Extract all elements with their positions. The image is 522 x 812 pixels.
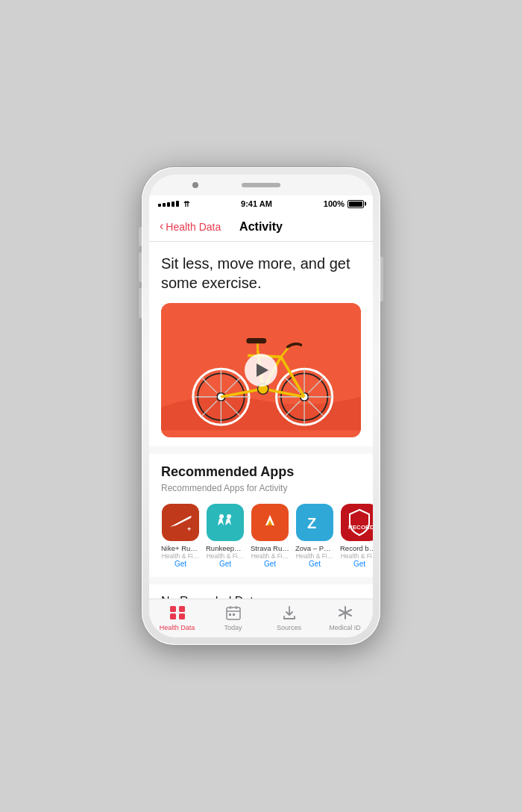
no-recorded-data-section: No Recorded Data [149,584,373,599]
app-name-record: Record by… [340,544,373,552]
app-name-nike: Nike+ Run… [161,544,200,552]
app-category-nike: Health & Fi… [162,552,200,560]
svg-rect-40 [170,606,176,612]
strava-logo-icon [257,509,283,536]
recommended-apps-section: Recommended Apps Recommended Apps for Ac… [149,454,373,577]
tab-sources-label: Sources [277,624,301,631]
calendar-icon [226,605,241,620]
medical-id-icon [338,605,353,622]
svg-point-35 [227,514,231,519]
tab-health-data[interactable]: Health Data [149,599,205,637]
svg-rect-41 [179,606,185,612]
signal-icon [158,201,179,207]
health-data-grid-icon [169,605,186,620]
health-data-icon [169,605,186,622]
app-name-runkeeper: Runkeeper… [206,544,245,552]
nike-logo-icon: + [167,509,194,536]
play-icon [257,363,268,377]
app-item-runkeeper[interactable]: Runkeeper… Health & Fi… Get [206,504,245,568]
tab-medical-id[interactable]: Medical ID [317,599,373,637]
svg-text:+: + [187,525,191,533]
volume-down-button[interactable] [139,288,142,318]
tab-medical-id-label: Medical ID [329,624,361,631]
today-calendar-icon [226,605,241,622]
status-left: ⇈ [158,200,189,208]
app-get-record[interactable]: Get [353,560,365,568]
sources-download-icon [282,605,297,622]
app-name-zova: Zova – Per… [295,544,334,552]
recommended-apps-subtitle: Recommended Apps for Activity [161,483,361,493]
mute-button[interactable] [139,227,142,246]
asterisk-icon [338,605,353,620]
app-icon-runkeeper [207,504,244,541]
battery-percent: 100% [324,199,345,208]
app-category-record: Health & Fi… [341,552,373,560]
tab-health-data-label: Health Data [160,624,195,631]
app-get-nike[interactable]: Get [174,560,186,568]
svg-rect-48 [229,613,231,616]
app-icon-strava [251,504,289,541]
chevron-left-icon: ‹ [160,219,163,233]
back-button[interactable]: ‹ Health Data [160,220,221,233]
app-category-runkeeper: Health & Fi… [207,552,245,560]
apps-grid: + Nike+ Run… Health & Fi… Get [161,504,361,568]
app-get-runkeeper[interactable]: Get [219,560,231,568]
svg-text:Z: Z [307,515,316,531]
battery-icon [348,200,364,208]
app-item-record[interactable]: RECORD Record by… Health & Fi… Get [340,504,373,568]
earpiece-speaker [242,183,280,187]
tab-today[interactable]: Today [205,599,261,637]
tab-sources[interactable]: Sources [261,599,317,637]
record-logo-icon: RECORD [341,504,373,541]
page-title: Activity [239,220,283,234]
app-icon-zova: Z [296,504,333,541]
svg-rect-31 [246,338,266,343]
app-get-zova[interactable]: Get [309,560,321,568]
status-right: 100% [324,199,364,208]
app-category-strava: Health & Fi… [251,552,289,560]
svg-rect-43 [179,613,185,619]
app-category-zova: Health & Fi… [296,552,334,560]
video-card[interactable] [161,303,361,437]
back-label: Health Data [166,221,221,233]
app-icon-record: RECORD [341,504,373,541]
wifi-icon: ⇈ [183,200,189,208]
status-time: 9:41 AM [241,199,272,208]
hero-text: Sit less, move more, and get some exerci… [161,254,361,293]
phone-top-notch [149,175,373,196]
zova-logo-icon: Z [301,509,328,536]
svg-point-34 [219,514,224,519]
svg-rect-42 [170,613,176,619]
download-icon [282,605,297,620]
app-icon-nike: + [162,504,199,541]
svg-rect-49 [233,613,235,616]
svg-text:RECORD: RECORD [348,524,373,531]
volume-up-button[interactable] [139,252,142,282]
tab-bar: Health Data Today [149,599,373,637]
app-get-strava[interactable]: Get [264,560,276,568]
runkeeper-logo-icon [212,509,239,536]
front-camera [192,182,198,188]
recommended-apps-title: Recommended Apps [161,464,361,480]
app-name-strava: Strava Run… [251,544,289,552]
app-item-zova[interactable]: Z Zova – Per… Health & Fi… Get [295,504,334,568]
power-button[interactable] [380,257,383,302]
phone-screen: ⇈ 9:41 AM 100% ‹ Health Data Activity Si… [149,175,373,637]
status-bar: ⇈ 9:41 AM 100% [149,196,373,212]
battery-fill [349,202,362,207]
app-item-nike[interactable]: + Nike+ Run… Health & Fi… Get [161,504,200,568]
tab-today-label: Today [224,624,242,631]
main-content: Sit less, move more, and get some exerci… [149,242,373,599]
app-item-strava[interactable]: Strava Run… Health & Fi… Get [251,504,289,568]
navigation-bar: ‹ Health Data Activity [149,212,373,242]
hero-section: Sit less, move more, and get some exerci… [149,242,373,446]
phone-frame: ⇈ 9:41 AM 100% ‹ Health Data Activity Si… [142,167,380,645]
play-button[interactable] [245,354,277,387]
